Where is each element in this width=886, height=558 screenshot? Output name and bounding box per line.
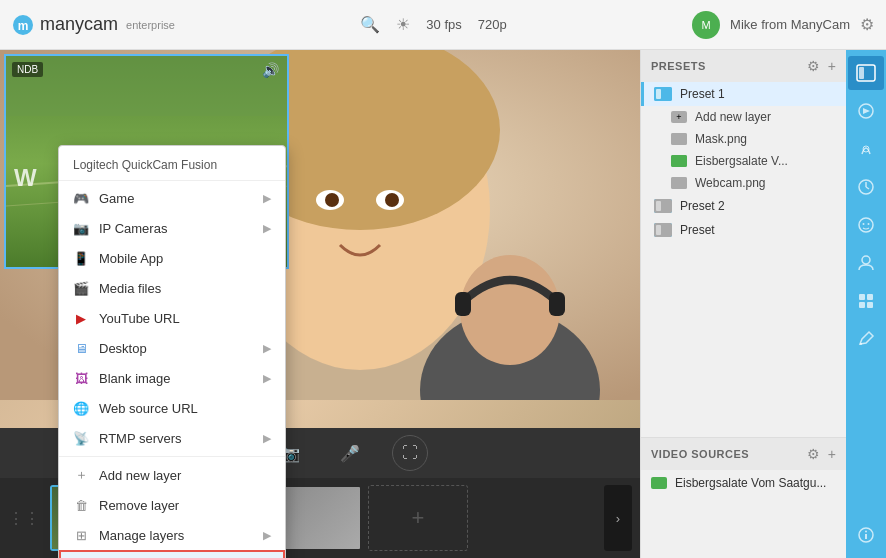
preset-1-subitems: + Add new layer Mask.png Eisbergsalate V… — [641, 106, 846, 194]
header: m manycam enterprise 🔍 ☀ 30 fps 720p M M… — [0, 0, 886, 50]
header-right-area: M Mike from ManyCam ⚙ — [692, 11, 874, 39]
ctx-label-ip-cameras: IP Cameras — [99, 221, 253, 236]
remove-layer-icon: 🗑 — [73, 497, 89, 513]
presets-add-icon[interactable]: + — [828, 58, 836, 74]
icon-bar-preview[interactable] — [848, 56, 884, 90]
icon-bar-face[interactable] — [848, 208, 884, 242]
video-sources-panel: VIDEO SOURCES ⚙ + Eisbergsalate Vom Saat… — [641, 438, 846, 558]
ctx-item-youtube[interactable]: ▶ YouTube URL — [59, 303, 285, 333]
svg-point-48 — [865, 531, 867, 533]
sub-mask-icon — [671, 133, 687, 145]
logo-name: manycam — [40, 14, 118, 35]
icon-bar-people[interactable] — [848, 246, 884, 280]
preset-label-3: Preset — [680, 223, 715, 237]
ctx-label-add-layer: Add new layer — [99, 468, 271, 483]
svg-point-12 — [460, 255, 560, 365]
ctx-label-youtube: YouTube URL — [99, 311, 271, 326]
layer-scroll-right[interactable]: › — [604, 485, 632, 551]
vs-settings-icon[interactable]: ⚙ — [807, 446, 820, 462]
presets-settings-icon[interactable]: ⚙ — [807, 58, 820, 74]
sub-webcam-icon — [671, 177, 687, 189]
settings-icon[interactable]: ⚙ — [860, 15, 874, 34]
ctx-item-mobile-app[interactable]: 📱 Mobile App — [59, 243, 285, 273]
sub-eisberg-icon — [671, 155, 687, 167]
ctx-item-media-files[interactable]: 🎬 Media files — [59, 273, 285, 303]
icon-bar-history[interactable] — [848, 170, 884, 204]
arrow-icon-blank: ▶ — [263, 372, 271, 385]
ctx-item-add-layer[interactable]: ＋ Add new layer — [59, 460, 285, 490]
user-avatar: M — [692, 11, 720, 39]
sub-item-webcam[interactable]: Webcam.png — [661, 172, 846, 194]
user-name: Mike from ManyCam — [730, 17, 850, 32]
svg-rect-30 — [859, 67, 864, 79]
svg-rect-43 — [859, 302, 865, 308]
preset-item-2[interactable]: Preset 2 — [641, 194, 846, 218]
preset-icon-1 — [654, 87, 672, 101]
ctx-item-desktop[interactable]: 🖥 Desktop ▶ — [59, 333, 285, 363]
video-sources-header: VIDEO SOURCES ⚙ + — [641, 438, 846, 470]
right-sidebar: PRESETS ⚙ + Preset 1 + Add new layer — [640, 50, 846, 558]
arrow-icon-manage: ▶ — [263, 529, 271, 542]
preset-item-1[interactable]: Preset 1 — [641, 82, 846, 106]
presets-title: PRESETS — [651, 60, 706, 72]
icon-bar-pencil[interactable] — [848, 322, 884, 356]
vs-add-icon[interactable]: + — [828, 446, 836, 462]
ctx-label-remove-layer: Remove layer — [99, 498, 271, 513]
preset-item-3[interactable]: Preset — [641, 218, 846, 242]
svg-point-39 — [868, 223, 870, 225]
ctx-item-rtmp[interactable]: 📡 RTMP servers ▶ — [59, 423, 285, 453]
ctx-label-blank-image: Blank image — [99, 371, 253, 386]
desktop-icon: 🖥 — [73, 340, 89, 356]
ctx-item-web-source[interactable]: 🌐 Web source URL — [59, 393, 285, 423]
svg-marker-32 — [863, 108, 870, 114]
add-layer-button[interactable]: + — [368, 485, 468, 551]
context-menu-title: Logitech QuickCam Fusion — [59, 150, 285, 181]
pip-source-label: NDB — [12, 62, 43, 77]
ipcam-icon: 📷 — [73, 220, 89, 236]
pip-sound-icon[interactable]: 🔊 — [262, 62, 279, 78]
drag-handle: ⋮⋮ — [8, 509, 40, 528]
arrow-icon-game: ▶ — [263, 192, 271, 205]
svg-rect-16 — [6, 56, 289, 116]
video-sources-title: VIDEO SOURCES — [651, 448, 749, 460]
sub-item-eisberg[interactable]: Eisbergsalate V... — [661, 150, 846, 172]
vs-item-eisberg[interactable]: Eisbergsalate Vom Saatgu... — [641, 470, 846, 496]
expand-button[interactable]: ⛶ — [392, 435, 428, 471]
ctx-item-ip-cameras[interactable]: 📷 IP Cameras ▶ — [59, 213, 285, 243]
ctx-label-manage-layers: Manage layers — [99, 528, 253, 543]
icon-bar-audio[interactable] — [848, 94, 884, 128]
sub-label-webcam: Webcam.png — [695, 176, 765, 190]
ctx-item-mute-layer[interactable]: 🔇 Mute layer — [59, 550, 285, 558]
vs-source-label: Eisbergsalate Vom Saatgu... — [675, 476, 826, 490]
preset-label-1: Preset 1 — [680, 87, 725, 101]
left-panel: W NDB 🔊 Logitech QuickCam Fusion 🎮 Game … — [0, 50, 640, 558]
sub-item-mask[interactable]: Mask.png — [661, 128, 846, 150]
sub-item-add-layer[interactable]: + Add new layer — [661, 106, 846, 128]
icon-bar-grid[interactable] — [848, 284, 884, 318]
ctx-item-game[interactable]: 🎮 Game ▶ — [59, 183, 285, 213]
svg-rect-21 — [656, 89, 661, 99]
rtmp-icon: 📡 — [73, 430, 89, 446]
brightness-icon[interactable]: ☀ — [396, 15, 410, 34]
ctx-item-manage-layers[interactable]: ⊞ Manage layers ▶ — [59, 520, 285, 550]
presets-panel: PRESETS ⚙ + Preset 1 + Add new layer — [641, 50, 846, 438]
game-icon: 🎮 — [73, 190, 89, 206]
icon-bar-effects[interactable] — [848, 132, 884, 166]
video-sources-icons: ⚙ + — [807, 446, 836, 462]
separator-1 — [59, 456, 285, 457]
ctx-item-blank-image[interactable]: 🖼 Blank image ▶ — [59, 363, 285, 393]
preset-icon-2 — [654, 199, 672, 213]
svg-point-40 — [862, 256, 870, 264]
blank-icon: 🖼 — [73, 370, 89, 386]
add-layer-icon: ＋ — [73, 467, 89, 483]
svg-point-9 — [325, 193, 339, 207]
ctx-item-remove-layer[interactable]: 🗑 Remove layer — [59, 490, 285, 520]
logo: m manycam enterprise — [12, 14, 175, 36]
zoom-icon[interactable]: 🔍 — [360, 15, 380, 34]
svg-rect-28 — [656, 225, 661, 235]
mic-button[interactable]: 🎤 — [332, 435, 368, 471]
icon-bar-info[interactable] — [848, 518, 884, 552]
preset-icon-3 — [654, 223, 672, 237]
svg-point-10 — [385, 193, 399, 207]
youtube-icon: ▶ — [73, 310, 89, 326]
